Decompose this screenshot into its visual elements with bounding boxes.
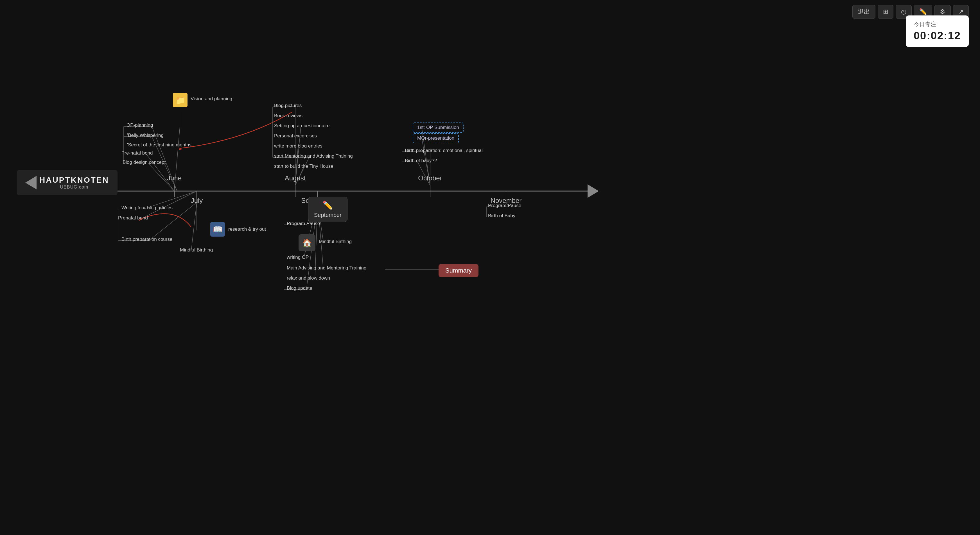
building-tiny-house-label: Mindful Birthing	[319, 239, 352, 244]
vision-planning-label: Vision and planning	[191, 96, 232, 102]
op-planning-label: OP-planning	[127, 122, 153, 128]
focus-popup: 今日专注 00:02:12	[906, 16, 969, 47]
house-icon: 🏠	[299, 234, 315, 251]
book-reviews-label: Book reviews	[274, 113, 302, 119]
exit-button[interactable]: 退出	[853, 5, 875, 19]
birth-baby-nov-label: Birth of Baby	[488, 213, 515, 219]
month-august: August	[285, 174, 306, 182]
book-icon: 📖	[210, 222, 225, 237]
blog-design-label: Blog design concept	[123, 160, 165, 165]
personal-exercises-label: Personal excercises	[274, 133, 317, 139]
summary-button[interactable]: Summary	[439, 264, 479, 277]
prenatal-bond-label: Prenatal bond	[118, 215, 148, 221]
svg-line-30	[191, 202, 197, 251]
questionnaire-label: Setting up a questionnaire	[274, 123, 330, 129]
mentoring-training-label: start Mentoring and Advising Training	[274, 153, 353, 159]
program-pause-sep-label: Program Pause	[287, 221, 320, 227]
hauptknoten-subtitle: UEBUG.com	[39, 185, 109, 190]
relax-slow-label: relax and slow down	[287, 275, 330, 281]
build-tiny-house-label: start to build the Tiny House	[274, 164, 333, 169]
month-july: July	[191, 197, 203, 205]
more-blog-entries-label: write more blog entries	[274, 143, 323, 149]
blog-pictures-label: Blog pictures	[274, 103, 302, 108]
mor-presentation-box: MÖr-presentation	[413, 133, 459, 143]
focus-label: 今日专注	[914, 21, 961, 28]
writing-op-label: writing OP	[287, 255, 309, 260]
month-october: October	[418, 174, 442, 182]
secret-nine-months-label: 'Secret of the first nine months'	[127, 142, 192, 148]
folder-icon: 📁	[173, 93, 188, 107]
birth-prep-course-label: Birth preparation course	[121, 237, 172, 242]
month-june: June	[167, 174, 181, 182]
birth-baby-label: Birth of baby??	[405, 158, 437, 164]
op-submission-box: 1st: OP Submission	[413, 122, 464, 133]
writing-articles-label: Writing four blog articles	[121, 205, 173, 211]
program-pause-nov-label: Program Pause	[488, 203, 521, 208]
hauptknoten-title: HAUPTKNOTEN	[39, 176, 109, 185]
main-advising-label: Main Advising and Mentoring Training	[287, 265, 367, 271]
mindful-birthing-label: Mindful Birthing	[180, 247, 213, 253]
birth-prep-emotional-label: Birth preparation: emotional, spiritual	[405, 148, 483, 153]
hauptknoten: HAUPTKNOTEN UEBUG.com	[17, 170, 118, 195]
belly-whispering-label: 'Belly Whispering'	[127, 133, 164, 138]
blog-update-label: Blog update	[287, 286, 312, 291]
focus-timer: 00:02:12	[914, 30, 961, 42]
prenatal-bond-upper-label: Pre-natal bond	[121, 150, 153, 156]
research-try-label: research & try out	[228, 227, 266, 232]
september-node[interactable]: ✏️ September	[308, 197, 347, 222]
september-label: September	[314, 212, 342, 218]
grid-button[interactable]: ⊞	[878, 5, 893, 19]
